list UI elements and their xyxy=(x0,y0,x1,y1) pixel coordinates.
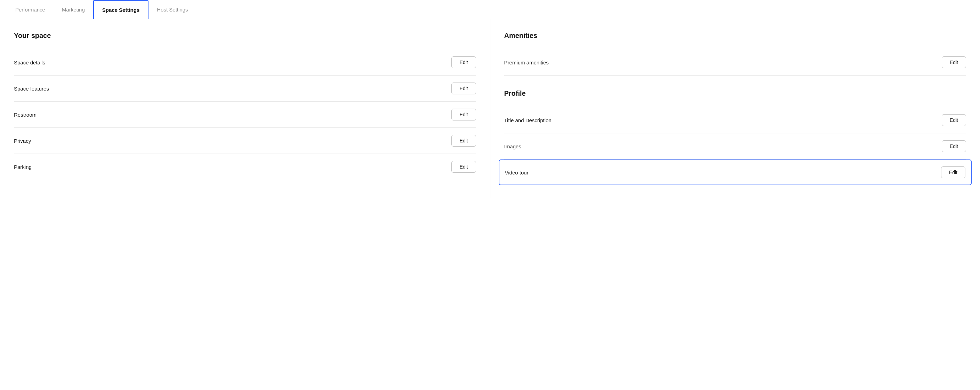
profile-section: Profile Title and Description Edit Image… xyxy=(504,90,966,185)
space-features-row: Space features Edit xyxy=(14,75,476,102)
privacy-label: Privacy xyxy=(14,138,31,144)
parking-label: Parking xyxy=(14,164,32,170)
parking-row: Parking Edit xyxy=(14,154,476,180)
amenities-title: Amenities xyxy=(504,32,966,40)
main-content: Your space Space details Edit Space feat… xyxy=(0,19,980,198)
tab-marketing[interactable]: Marketing xyxy=(54,0,93,19)
tab-bar: Performance Marketing Space Settings Hos… xyxy=(0,0,980,19)
premium-amenities-row: Premium amenities Edit xyxy=(504,50,966,75)
tab-performance[interactable]: Performance xyxy=(7,0,54,19)
space-details-label: Space details xyxy=(14,59,45,66)
space-details-row: Space details Edit xyxy=(14,50,476,75)
restroom-label: Restroom xyxy=(14,112,37,118)
your-space-title: Your space xyxy=(14,32,476,40)
right-column: Amenities Premium amenities Edit Profile… xyxy=(490,19,980,198)
video-tour-edit-button[interactable]: Edit xyxy=(941,166,966,178)
privacy-row: Privacy Edit xyxy=(14,128,476,154)
space-features-edit-button[interactable]: Edit xyxy=(452,83,476,94)
amenities-section: Amenities Premium amenities Edit xyxy=(504,32,966,75)
title-description-row: Title and Description Edit xyxy=(504,107,966,133)
profile-title: Profile xyxy=(504,90,966,98)
video-tour-label: Video tour xyxy=(505,169,528,176)
images-label: Images xyxy=(504,144,521,149)
restroom-row: Restroom Edit xyxy=(14,102,476,128)
title-description-label: Title and Description xyxy=(504,117,552,123)
video-tour-row: Video tour Edit xyxy=(499,160,972,185)
tab-space-settings[interactable]: Space Settings xyxy=(93,0,149,19)
left-column: Your space Space details Edit Space feat… xyxy=(0,19,490,198)
space-features-label: Space features xyxy=(14,86,49,91)
tab-host-settings[interactable]: Host Settings xyxy=(148,0,196,19)
premium-amenities-edit-button[interactable]: Edit xyxy=(942,56,966,68)
premium-amenities-label: Premium amenities xyxy=(504,59,549,66)
space-details-edit-button[interactable]: Edit xyxy=(452,56,476,68)
parking-edit-button[interactable]: Edit xyxy=(452,161,476,173)
privacy-edit-button[interactable]: Edit xyxy=(452,135,476,147)
images-row: Images Edit xyxy=(504,133,966,160)
restroom-edit-button[interactable]: Edit xyxy=(452,109,476,120)
title-description-edit-button[interactable]: Edit xyxy=(942,114,966,126)
images-edit-button[interactable]: Edit xyxy=(942,140,966,152)
